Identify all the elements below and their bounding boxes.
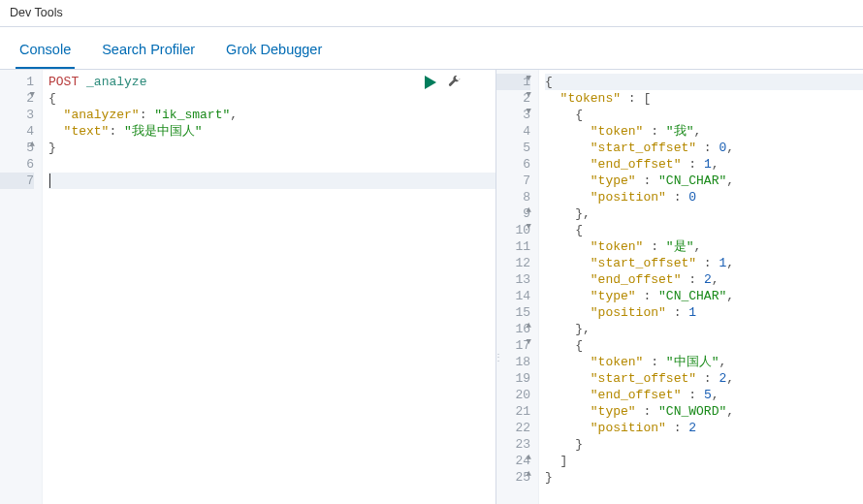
- tab-grok-debugger[interactable]: Grok Debugger: [222, 32, 326, 69]
- response-code: { "tokens" : [ { "token" : "我", "start_o…: [539, 70, 863, 504]
- request-gutter: 12▼345▲67: [0, 70, 43, 504]
- tab-search-profiler[interactable]: Search Profiler: [98, 32, 199, 69]
- response-gutter: 1▼2▼3▼456789▲10▼111213141516▲17▼18192021…: [496, 70, 539, 504]
- window-title: Dev Tools: [0, 0, 863, 27]
- play-icon[interactable]: [425, 76, 436, 89]
- request-code[interactable]: POST _analyze{ "analyzer": "ik_smart", "…: [43, 70, 495, 504]
- tab-bar: Console Search Profiler Grok Debugger: [0, 27, 863, 70]
- request-editor[interactable]: 12▼345▲67 POST _analyze{ "analyzer": "ik…: [0, 70, 496, 504]
- response-viewer[interactable]: ⋮ 1▼2▼3▼456789▲10▼111213141516▲17▼181920…: [496, 70, 863, 504]
- tab-console[interactable]: Console: [16, 32, 75, 69]
- wrench-icon[interactable]: [448, 76, 462, 89]
